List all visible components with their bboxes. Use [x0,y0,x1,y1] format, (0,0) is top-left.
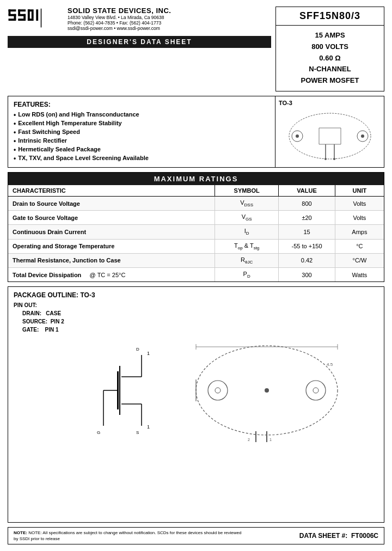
pin-drain: DRAIN: CASE [22,309,378,317]
cell-value: 800 [279,196,335,210]
part-number: SFF15N80/3 [276,7,384,26]
svg-point-46 [208,381,228,400]
spec-volts: 800 VOLTS [278,41,382,53]
feature-item: Hermetically Sealed Package [14,145,265,154]
svg-text:D: D [136,347,139,352]
datasheet-number: FT0006C [351,532,378,540]
svg-point-26 [333,158,335,160]
address-line2: Phone: (562) 404-7835 • Fax: (562) 404-1… [68,20,171,26]
package-image-box: TO-3 [275,96,384,167]
svg-rect-4 [9,19,16,21]
header-section: SOLID STATE DEVICES, INC. 14830 Valley V… [8,7,384,91]
pin-gate: GATE: PIN 1 [22,326,378,334]
svg-point-28 [361,134,364,138]
col-header-characteristic: CHARACTERISTIC [8,185,215,197]
pinout-list: DRAIN: CASE SOURCE: PIN 2 GATE: PIN 1 [14,309,378,334]
features-left: FEATURES: Low RDS (on) and High Transcon… [8,96,271,167]
svg-text:S: S [136,430,139,435]
cell-unit: Volts [335,196,384,210]
features-section: FEATURES: Low RDS (on) and High Transcon… [8,96,384,168]
feature-item: Low RDS (on) and High Transconductance [14,111,265,119]
cell-unit: Amps [335,225,384,239]
features-list: Low RDS (on) and High Transconductance E… [14,111,265,163]
svg-point-48 [306,381,326,400]
svg-point-16 [289,113,371,159]
svg-rect-31 [117,371,119,409]
to3-svg [281,109,379,163]
spec-ohm: 0.60 Ω [278,53,382,64]
cell-symbol: RθJC [215,253,279,267]
svg-point-47 [215,388,220,393]
pinout-label: PIN OUT: [14,301,378,309]
cell-symbol: VGS [215,211,279,225]
feature-item: Intrinsic Rectifier [14,137,265,145]
ratings-table: CHARACTERISTIC SYMBOL VALUE UNIT Drain t… [8,185,384,281]
address-line1: 14830 Valley View Blvd. • La Mirada, Ca … [68,15,171,20]
feature-item: Fast Switching Speed [14,128,265,137]
cell-characteristic: Gate to Source Voltage [8,211,215,225]
cell-symbol: Top & Tstg [215,239,279,253]
cell-characteristic: Thermal Resistance, Junction to Case [8,253,215,267]
cell-characteristic: Operating and Storage Temperature [8,239,215,253]
cell-value: 15 [279,225,335,239]
spec-amps: 15 AMPS [278,30,382,41]
svg-text:1: 1 [147,351,150,356]
col-header-unit: UNIT [335,185,384,197]
table-row: Drain to Source Voltage VDSS 800 Volts [8,196,384,210]
table-row: Continuous Drain Current ID 15 Amps [8,225,384,239]
cell-unit: °C/W [335,253,384,267]
package-diagram: 1 1 D S G [14,336,378,445]
feature-item: Excellent High Temperature Stability [14,119,265,128]
company-name: SOLID STATE DEVICES, INC. [68,7,171,15]
page: SOLID STATE DEVICES, INC. 14830 Valley V… [0,0,392,551]
cell-value: -55 to +150 [279,239,335,253]
cell-unit: °C [335,239,384,253]
table-row: Thermal Resistance, Junction to Case RθJ… [8,253,384,267]
cell-value: 0.42 [279,253,335,267]
cell-unit: Volts [335,211,384,225]
feature-item: TX, TXV, and Space Level Screening Avail… [14,154,265,163]
svg-text:1: 1 [270,438,272,442]
svg-text:2: 2 [248,438,250,442]
table-row: Total Device Dissipation @ TC = 25°C PD … [8,267,384,281]
col-header-symbol: SYMBOL [215,185,279,197]
svg-text:G: G [97,430,100,435]
cell-characteristic: Continuous Drain Current [8,225,215,239]
cell-characteristic: Drain to Source Voltage [8,196,215,210]
svg-point-25 [324,158,327,160]
package-outline-section: PACKAGE OUTLINE: TO-3 PIN OUT: DRAIN: CA… [8,286,384,523]
svg-rect-11 [28,9,34,11]
cell-unit: Watts [335,267,384,281]
company-logo [8,8,62,30]
table-row: Gate to Source Voltage VGS ±20 Volts [8,211,384,225]
header-right: SFF15N80/3 15 AMPS 800 VOLTS 0.60 Ω N-CH… [275,7,384,91]
cell-symbol: VDSS [215,196,279,210]
features-title: FEATURES: [14,101,265,108]
svg-rect-14 [36,9,38,21]
spec-type: POWER MOSFET [278,75,382,87]
to3-label: TO-3 [279,100,292,106]
cell-symbol: ID [215,225,279,239]
package-outline-svg: 1 1 D S G [33,339,359,442]
designer-banner: DESIGNER'S DATA SHEET [8,36,271,48]
logo-area: SOLID STATE DEVICES, INC. 14830 Valley V… [8,7,271,31]
package-pinout: PIN OUT: DRAIN: CASE SOURCE: PIN 2 GATE:… [14,301,378,334]
cell-value: 300 [279,267,335,281]
svg-rect-9 [18,19,26,21]
package-outline-title: PACKAGE OUTLINE: TO-3 [14,291,378,299]
cell-value: ±20 [279,211,335,225]
ratings-header: MAXIMUM RATINGS [8,173,384,185]
company-info: SOLID STATE DEVICES, INC. 14830 Valley V… [68,7,171,31]
footer: NOTE: NOTE: All specifications are subje… [8,527,384,544]
svg-text:1: 1 [147,424,150,430]
address-line3: ssdi@ssdi-power.com • www.ssdi-power.com [68,26,171,31]
svg-text:4.5: 4.5 [327,362,333,367]
footer-datasheet: DATA SHEET #: FT0006C [299,532,378,540]
svg-point-49 [313,388,318,393]
svg-rect-12 [32,11,34,19]
ratings-table-body: Drain to Source Voltage VDSS 800 Volts G… [8,196,384,281]
ratings-section: MAXIMUM RATINGS CHARACTERISTIC SYMBOL VA… [8,172,384,282]
datasheet-label: DATA SHEET #: [299,532,347,540]
table-header-row: CHARACTERISTIC SYMBOL VALUE UNIT [8,185,384,197]
header-left: SOLID STATE DEVICES, INC. 14830 Valley V… [8,7,271,91]
